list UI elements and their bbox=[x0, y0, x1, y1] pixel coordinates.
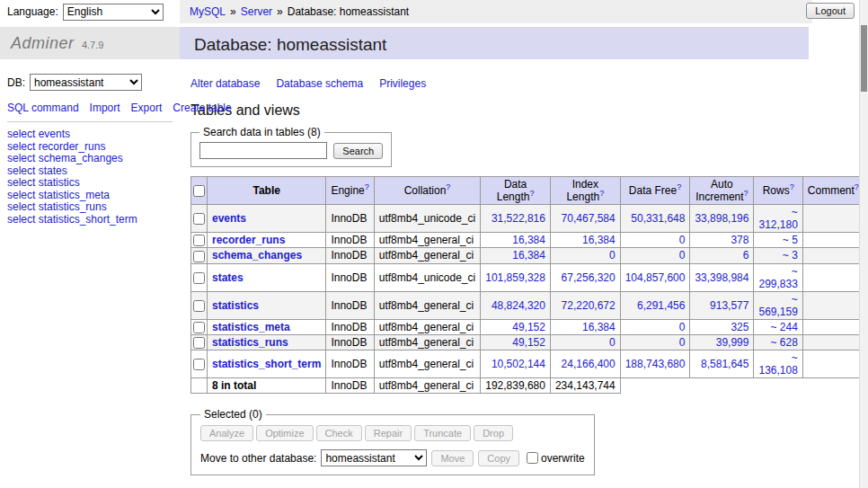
table-link-states[interactable]: states bbox=[212, 271, 244, 284]
auto-increment-link[interactable]: 6 bbox=[743, 249, 749, 262]
sidebar-select-recorder-runs[interactable]: select recorder_runs bbox=[7, 141, 180, 154]
sidebar-select-statistics[interactable]: select statistics bbox=[7, 177, 180, 190]
auto-increment-link[interactable]: 8,581,645 bbox=[701, 358, 748, 370]
database-schema-link[interactable]: Database schema bbox=[276, 77, 363, 90]
sidebar-select-events[interactable]: select events bbox=[7, 129, 180, 141]
row-checkbox-states[interactable] bbox=[193, 272, 205, 284]
search-legend: Search data in tables (8) bbox=[199, 126, 324, 138]
index-length-link[interactable]: 0 bbox=[609, 336, 616, 349]
search-input[interactable] bbox=[199, 142, 327, 159]
truncate-button[interactable]: Truncate bbox=[414, 425, 471, 441]
sidebar-select-states[interactable]: select states bbox=[7, 165, 180, 178]
vertical-scrollbar[interactable] bbox=[859, 0, 868, 488]
row-checkbox-recorder_runs[interactable] bbox=[193, 235, 205, 246]
logout-button[interactable]: Logout bbox=[806, 3, 855, 19]
repair-button[interactable]: Repair bbox=[365, 425, 412, 441]
row-checkbox-schema_changes[interactable] bbox=[193, 251, 205, 262]
row-checkbox-events[interactable] bbox=[193, 213, 205, 225]
search-button[interactable]: Search bbox=[333, 143, 383, 159]
auto-increment-link[interactable]: 913,577 bbox=[710, 299, 748, 312]
auto-increment-link[interactable]: 378 bbox=[731, 234, 748, 246]
index-length-link[interactable]: 70,467,584 bbox=[562, 212, 616, 225]
analyze-button[interactable]: Analyze bbox=[200, 425, 253, 441]
breadcrumb-mysql-link[interactable]: MySQL bbox=[190, 5, 226, 18]
sidebar-link-export[interactable]: Export bbox=[131, 102, 163, 114]
auto-increment-link[interactable]: 33,898,196 bbox=[695, 212, 748, 225]
rows-link[interactable]: ~ 299,833 bbox=[758, 265, 797, 290]
help-link[interactable]: ? bbox=[365, 182, 369, 191]
language-select[interactable]: English bbox=[63, 4, 164, 21]
overwrite-checkbox[interactable] bbox=[527, 452, 538, 464]
data-free-link[interactable]: 0 bbox=[679, 249, 686, 262]
data-length-link[interactable]: 31,522,816 bbox=[492, 212, 545, 225]
rows-link[interactable]: ~ 244 bbox=[770, 321, 797, 333]
rows-link[interactable]: ~ 569,159 bbox=[758, 293, 797, 318]
data-length-link[interactable]: 101,859,328 bbox=[485, 271, 545, 284]
index-length-link[interactable]: 24,166,400 bbox=[562, 358, 616, 370]
index-length-link[interactable]: 16,384 bbox=[582, 234, 616, 246]
sidebar-link-create-table[interactable]: Create table bbox=[173, 102, 231, 114]
drop-button[interactable]: Drop bbox=[474, 425, 513, 441]
data-free-link[interactable]: 104,857,600 bbox=[625, 271, 686, 284]
table-link-events[interactable]: events bbox=[212, 212, 246, 225]
help-link[interactable]: ? bbox=[446, 182, 450, 191]
rows-link[interactable]: ~ 5 bbox=[783, 234, 798, 246]
row-checkbox-statistics_meta[interactable] bbox=[193, 322, 205, 333]
engine-cell: InnoDB bbox=[326, 263, 374, 291]
rows-link[interactable]: ~ 312,180 bbox=[758, 206, 797, 231]
index-length-link[interactable]: 0 bbox=[609, 249, 616, 262]
alter-database-link[interactable]: Alter database bbox=[190, 77, 260, 90]
data-length-link[interactable]: 49,152 bbox=[512, 336, 545, 349]
data-free-link[interactable]: 0 bbox=[679, 321, 686, 333]
scrollbar-thumb[interactable] bbox=[861, 25, 867, 92]
sidebar-link-import[interactable]: Import bbox=[90, 102, 120, 114]
check-button[interactable]: Check bbox=[316, 425, 362, 441]
row-checkbox-statistics[interactable] bbox=[193, 300, 205, 312]
data-length-link[interactable]: 16,384 bbox=[512, 249, 545, 262]
select-all-checkbox[interactable] bbox=[193, 185, 205, 197]
move-db-select[interactable]: homeassistant bbox=[321, 449, 427, 466]
help-link[interactable]: ? bbox=[677, 182, 681, 191]
db-select[interactable]: homeassistant bbox=[30, 74, 142, 91]
copy-button[interactable]: Copy bbox=[478, 450, 519, 466]
data-free-link[interactable]: 0 bbox=[679, 336, 686, 349]
row-checkbox-statistics_runs[interactable] bbox=[193, 337, 205, 349]
data-length-link[interactable]: 48,824,320 bbox=[492, 299, 545, 312]
data-length-link[interactable]: 49,152 bbox=[512, 321, 545, 333]
index-length-link[interactable]: 67,256,320 bbox=[562, 271, 616, 284]
sidebar-select-statistics-short-term[interactable]: select statistics_short_term bbox=[7, 214, 180, 226]
help-link[interactable]: ? bbox=[529, 189, 534, 198]
sidebar-select-schema-changes[interactable]: select schema_changes bbox=[7, 153, 180, 165]
auto-increment-link[interactable]: 39,999 bbox=[716, 336, 749, 349]
table-link-statistics_runs[interactable]: statistics_runs bbox=[212, 336, 288, 349]
data-free-link[interactable]: 6,291,456 bbox=[637, 299, 685, 312]
table-link-statistics_meta[interactable]: statistics_meta bbox=[212, 321, 290, 333]
table-link-statistics[interactable]: statistics bbox=[212, 299, 259, 312]
help-link[interactable]: ? bbox=[744, 189, 748, 198]
rows-link[interactable]: ~ 3 bbox=[783, 249, 798, 262]
sidebar-select-statistics-runs[interactable]: select statistics_runs bbox=[7, 201, 180, 214]
move-button[interactable]: Move bbox=[431, 450, 474, 466]
sidebar-select-statistics-meta[interactable]: select statistics_meta bbox=[7, 190, 180, 202]
data-length-link[interactable]: 10,502,144 bbox=[492, 358, 545, 370]
sidebar-link-sql-command[interactable]: SQL command bbox=[7, 102, 79, 114]
index-length-link[interactable]: 16,384 bbox=[582, 321, 616, 333]
row-checkbox-statistics_short_term[interactable] bbox=[193, 359, 205, 370]
auto-increment-link[interactable]: 325 bbox=[731, 321, 748, 333]
optimize-button[interactable]: Optimize bbox=[256, 425, 313, 441]
help-link[interactable]: ? bbox=[599, 189, 604, 198]
index-length-link[interactable]: 72,220,672 bbox=[562, 299, 616, 312]
data-length-link[interactable]: 16,384 bbox=[512, 234, 545, 246]
rows-link[interactable]: ~ 628 bbox=[770, 336, 797, 349]
table-link-recorder_runs[interactable]: recorder_runs bbox=[212, 234, 285, 246]
table-link-statistics_short_term[interactable]: statistics_short_term bbox=[212, 358, 321, 370]
data-free-link[interactable]: 50,331,648 bbox=[631, 212, 685, 225]
breadcrumb-server-link[interactable]: Server bbox=[241, 5, 272, 18]
auto-increment-link[interactable]: 33,398,984 bbox=[695, 271, 748, 284]
data-free-link[interactable]: 188,743,680 bbox=[625, 358, 686, 370]
rows-link[interactable]: ~ 136,108 bbox=[758, 351, 797, 377]
table-link-schema_changes[interactable]: schema_changes bbox=[212, 249, 302, 262]
data-free-link[interactable]: 0 bbox=[679, 234, 686, 246]
help-link[interactable]: ? bbox=[790, 182, 794, 191]
privileges-link[interactable]: Privileges bbox=[379, 77, 426, 90]
